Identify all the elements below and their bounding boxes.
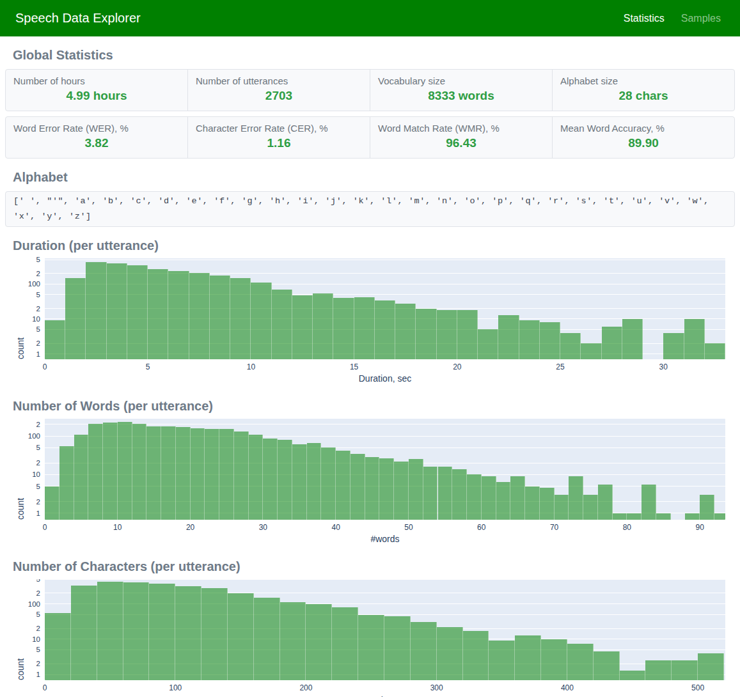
y-tick-label: 5	[36, 645, 40, 654]
stats-row-2: Word Error Rate (WER), % 3.82 Character …	[5, 116, 735, 159]
x-tick-label: 500	[682, 683, 714, 692]
histogram-bar	[71, 586, 97, 680]
histogram-bar	[602, 327, 622, 359]
x-axis-label: #chars	[45, 695, 725, 697]
stat-card-wmr: Word Match Rate (WMR), % 96.43	[370, 117, 552, 158]
histogram-bar	[375, 300, 395, 359]
histogram-bar	[395, 304, 416, 359]
y-axis-ticks: 125102510025	[5, 579, 45, 680]
duration-chart-title: Duration (per utterance)	[13, 238, 727, 253]
histogram-bar	[175, 586, 201, 680]
stat-card-utterances: Number of utterances 2703	[187, 70, 370, 111]
plot-area[interactable]	[45, 258, 725, 359]
stat-label: Number of hours	[13, 75, 180, 87]
y-tick-label: 1	[36, 509, 40, 518]
y-tick-label: 2	[36, 269, 40, 278]
histogram-bar	[161, 426, 176, 520]
histogram-bar	[74, 435, 89, 520]
navbar: Speech Data Explorer Statistics Samples	[0, 0, 740, 36]
histogram-bar	[540, 322, 560, 359]
stat-label: Alphabet size	[560, 75, 727, 87]
y-tick-label: 2	[36, 659, 40, 668]
y-tick-label: 2	[36, 624, 40, 633]
x-tick-label: 5	[132, 362, 164, 371]
histogram-bar	[437, 310, 457, 359]
histogram-bar	[525, 486, 540, 520]
plot-area[interactable]	[45, 579, 725, 680]
x-tick-label: 50	[393, 523, 425, 532]
x-tick-label: 0	[29, 523, 61, 532]
x-tick-label: 10	[102, 523, 134, 532]
y-tick-label: 100	[28, 600, 40, 609]
x-axis-label: Duration, sec	[45, 373, 725, 384]
histogram-bar	[416, 309, 436, 359]
characters-histogram: count 125102510025 0100200300400500 #cha…	[5, 579, 735, 697]
x-tick-label: 90	[684, 523, 716, 532]
histogram-bar	[132, 424, 147, 520]
histogram-bar	[672, 660, 698, 680]
y-tick-label: 5	[36, 325, 40, 334]
histogram-bar	[560, 333, 581, 359]
histogram-bar	[280, 602, 306, 680]
histogram-bar	[700, 495, 714, 520]
stat-label: Number of utterances	[196, 75, 362, 87]
y-axis-ticks: 125102510025	[5, 258, 45, 359]
histogram-bar	[97, 582, 123, 680]
histogram-bar	[251, 283, 271, 359]
histogram-bar	[306, 604, 332, 680]
histogram-bar	[321, 447, 336, 520]
x-tick-label: 10	[235, 362, 267, 371]
app-brand[interactable]: Speech Data Explorer	[15, 11, 141, 26]
x-tick-label: 20	[175, 523, 207, 532]
histogram-bar	[354, 297, 375, 359]
histogram-bar	[379, 458, 394, 520]
stat-label: Word Match Rate (WMR), %	[378, 123, 544, 134]
y-tick-label: 2	[36, 497, 40, 506]
histogram-bar	[622, 319, 643, 359]
y-tick-label: 5	[36, 610, 40, 619]
histogram-bar	[656, 513, 671, 520]
characters-chart-title: Number of Characters (per utterance)	[13, 559, 727, 574]
histogram-bar	[457, 310, 478, 359]
histogram-bar	[332, 607, 358, 680]
y-tick-label: 5	[36, 255, 40, 264]
histogram-bar	[583, 495, 598, 520]
histogram-bar	[409, 459, 423, 520]
nav-link-statistics[interactable]: Statistics	[624, 13, 665, 24]
histogram-bar	[103, 423, 118, 520]
histogram-bar	[201, 588, 228, 680]
histogram-bar	[698, 653, 724, 680]
x-axis-ticks: 0102030405060708090	[45, 522, 725, 534]
histogram-bar	[228, 593, 254, 680]
histogram-bar	[423, 467, 438, 520]
histogram-bar	[249, 435, 264, 520]
histogram-bar	[467, 474, 482, 520]
histogram-bar	[510, 476, 525, 520]
x-tick-label: 30	[647, 362, 679, 371]
words-histogram: count 12510251002 0102030405060708090 #w…	[5, 419, 735, 548]
plot-area[interactable]	[45, 419, 725, 520]
histogram-bar	[705, 343, 725, 359]
histogram-bar	[59, 446, 74, 520]
stat-value: 3.82	[13, 136, 180, 150]
histogram-bar	[478, 329, 498, 359]
histogram-bar	[627, 513, 642, 520]
x-tick-label: 300	[421, 683, 453, 692]
x-tick-label: 40	[320, 523, 352, 532]
x-tick-label: 400	[551, 683, 583, 692]
x-tick-label: 200	[290, 683, 322, 692]
histogram-bar	[452, 469, 467, 520]
histogram-bar	[684, 319, 705, 359]
x-axis-label: #words	[45, 534, 725, 544]
alphabet-heading: Alphabet	[13, 170, 727, 185]
histogram-bar	[88, 424, 103, 520]
stat-card-vocabulary: Vocabulary size 8333 words	[370, 70, 552, 111]
y-tick-label: 5	[36, 290, 40, 299]
histogram-bar	[146, 426, 161, 520]
y-tick-label: 10	[32, 635, 40, 644]
y-tick-label: 2	[36, 420, 40, 429]
y-tick-label: 100	[28, 279, 40, 288]
histogram-bar	[365, 457, 380, 520]
nav-link-samples[interactable]: Samples	[681, 13, 721, 24]
histogram-bar	[613, 513, 627, 520]
